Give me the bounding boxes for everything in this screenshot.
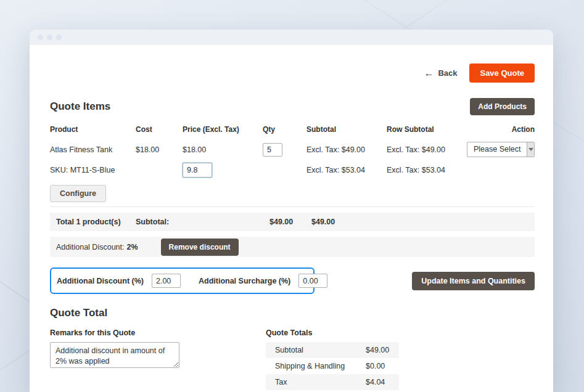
back-button[interactable]: ← Back [424, 68, 457, 78]
product-name: Atlas Fitness Tank [50, 145, 136, 154]
save-quote-button[interactable]: Save Quote [469, 63, 535, 83]
back-arrow-icon: ← [424, 68, 434, 78]
quote-items-title: Quote Items [50, 100, 110, 113]
remove-discount-button[interactable]: Remove discount [161, 239, 239, 256]
column-header-subtotal: Subtotal [306, 125, 387, 134]
page-content: ← Back Save Quote Quote Items Add Produc… [30, 45, 553, 392]
qty-input[interactable] [263, 143, 282, 157]
column-header-cost: Cost [136, 125, 183, 134]
back-label: Back [438, 68, 457, 78]
app-window: ← Back Save Quote Quote Items Add Produc… [30, 30, 553, 392]
window-control-dot [56, 35, 62, 40]
quote-total-title: Quote Total [50, 307, 535, 319]
chevron-down-icon [527, 142, 534, 157]
action-select-value: Please Select [467, 142, 527, 157]
discount-surcharge-panel: Additional Discount (%) Additional Surch… [50, 267, 315, 294]
additional-discount-input[interactable] [152, 274, 181, 288]
applied-discount-value: 2% [126, 243, 138, 251]
row-subtotal-excl-tax: Excl. Tax: $49.00 [387, 145, 467, 154]
action-select[interactable]: Please Select [467, 142, 535, 157]
column-header-row-subtotal: Row Subtotal [387, 125, 467, 134]
column-header-action: Action [467, 125, 535, 134]
window-control-dot [47, 35, 52, 40]
row-subtotal-excl-tax-2: Excl. Tax: $53.04 [387, 166, 467, 174]
total-products-label: Total 1 product(s) [50, 218, 136, 226]
subtotal-excl-tax: Excl. Tax: $49.00 [306, 145, 387, 154]
window-titlebar [30, 30, 553, 45]
applied-discount-label: Additional Discount: [56, 243, 124, 251]
discount-panel-row: Additional Discount (%) Additional Surch… [50, 267, 535, 294]
subtotal-value-2: $49.00 [306, 218, 535, 226]
remarks-textarea[interactable]: Additional discount in amount of 2% was … [50, 342, 179, 368]
page-background: { "header": { "back_label": "Back", "sav… [0, 0, 584, 392]
totals-row-subtotal: Subtotal $49.00 [266, 342, 399, 358]
add-products-button[interactable]: Add Products [470, 98, 535, 115]
applied-discount-bar: Additional Discount: 2% Remove discount [50, 237, 535, 257]
quote-totals-section: Quote Totals Subtotal $49.00 Shipping & … [266, 329, 399, 392]
product-sku: SKU: MT11-S-Blue [50, 166, 136, 174]
totals-row-tax: Tax $4.04 [266, 374, 399, 390]
window-control-dot [38, 35, 43, 40]
column-header-qty: Qty [263, 125, 306, 134]
top-action-bar: ← Back Save Quote [50, 63, 535, 83]
items-table-header: Product Cost Price (Excl. Tax) Qty Subto… [50, 125, 535, 134]
configure-button[interactable]: Configure [50, 185, 106, 202]
custom-price-input[interactable] [183, 163, 212, 178]
subtotal-label: Subtotal: [136, 218, 263, 226]
quote-totals-title: Quote Totals [266, 329, 399, 337]
divider [50, 206, 535, 207]
product-cost: $18.00 [136, 145, 183, 154]
update-items-button[interactable]: Update Items and Quantities [412, 272, 535, 290]
additional-surcharge-label: Additional Surcharge (%) [199, 277, 290, 285]
subtotal-excl-tax-2: Excl. Tax: $53.04 [306, 166, 387, 174]
quote-total-columns: Remarks for this Quote Additional discou… [50, 329, 535, 392]
remarks-label: Remarks for this Quote [50, 329, 179, 337]
column-header-product: Product [50, 125, 136, 134]
additional-discount-label: Additional Discount (%) [57, 277, 144, 285]
column-header-price: Price (Excl. Tax) [183, 125, 263, 134]
product-price: $18.00 [183, 145, 263, 154]
quote-items-header: Quote Items Add Products [50, 98, 535, 115]
item-row: Atlas Fitness Tank $18.00 $18.00 Excl. T… [50, 142, 535, 202]
additional-surcharge-input[interactable] [298, 274, 327, 288]
remarks-section: Remarks for this Quote Additional discou… [50, 329, 179, 392]
subtotal-value-1: $49.00 [263, 218, 306, 226]
totals-row-shipping: Shipping & Handling $0.00 [266, 358, 399, 374]
items-totals-bar: Total 1 product(s) Subtotal: $49.00 $49.… [50, 213, 535, 231]
